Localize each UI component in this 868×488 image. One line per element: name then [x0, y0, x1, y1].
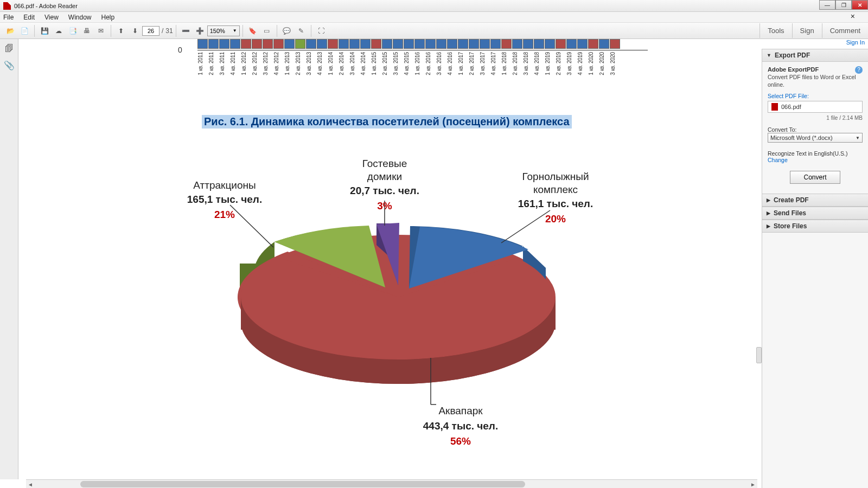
fit-page-icon[interactable]: ▭: [261, 25, 273, 37]
print-icon[interactable]: 🖶: [81, 25, 93, 37]
convert-to-select[interactable]: Microsoft Word (*.docx)▼: [768, 133, 863, 143]
email-icon[interactable]: ✉: [95, 25, 107, 37]
file-info: 1 file / 2.14 MB: [768, 115, 863, 121]
svg-text:20%: 20%: [545, 213, 566, 224]
menu-window[interactable]: Window: [68, 14, 92, 21]
title-bar: 066.pdf - Adobe Reader — ❐ ✕: [0, 0, 868, 12]
page-number-input[interactable]: [142, 26, 159, 36]
horizontal-scrollbar[interactable]: ◄ ►: [26, 479, 757, 488]
menu-edit[interactable]: Edit: [23, 14, 35, 21]
highlight-icon[interactable]: ✎: [295, 25, 307, 37]
svg-line-5: [230, 205, 273, 247]
convert-to-label: Convert To:: [768, 126, 863, 133]
window-controls: — ❐ ✕: [819, 0, 868, 10]
menu-file[interactable]: File: [3, 14, 14, 21]
toolbar: 📂 📄 💾 ☁ 📑 🖶 ✉ ⬆ ⬇ / 31 ➖ ➕ 150%▼ 🔖 ▭ 💬 ✎…: [0, 23, 868, 39]
scroll-left-icon[interactable]: ◄: [26, 480, 35, 488]
close-document-icon[interactable]: ×: [851, 12, 855, 21]
scroll-right-icon[interactable]: ►: [749, 480, 757, 488]
svg-text:3%: 3%: [377, 200, 392, 211]
change-link[interactable]: Change: [768, 157, 863, 163]
maximize-button[interactable]: ❐: [835, 0, 852, 10]
svg-text:Аквапарк: Аквапарк: [438, 405, 483, 416]
svg-line-7: [501, 210, 550, 243]
figure-caption: Рис. 6.1. Динамика количества посетителе…: [202, 115, 572, 129]
create-pdf-icon[interactable]: 📄: [18, 25, 30, 37]
pie-chart: Аттракционы 165,1 тыс. чел. 21% Гостевые…: [159, 134, 648, 479]
right-panel: ▼Export PDF ? Adobe ExportPDF Convert PD…: [762, 49, 868, 488]
bar-chart-fragment: 0 1 кв. 20112 кв. 20113 кв. 20114 кв. 20…: [181, 39, 648, 93]
menu-bar: File Edit View Window Help ×: [0, 12, 868, 23]
tab-tools[interactable]: Tools: [760, 23, 792, 38]
page-down-icon[interactable]: ⬇: [129, 25, 141, 37]
tab-sign[interactable]: Sign: [792, 23, 822, 38]
send-files-header[interactable]: ▶Send Files: [762, 207, 868, 220]
recognize-text-label: Recognize Text in English(U.S.): [768, 150, 863, 157]
save-icon[interactable]: 💾: [39, 25, 50, 37]
menu-view[interactable]: View: [44, 14, 59, 21]
svg-text:443,4 тыс. чел.: 443,4 тыс. чел.: [423, 420, 498, 432]
store-files-header[interactable]: ▶Store Files: [762, 220, 868, 233]
zoom-in-icon[interactable]: ➕: [194, 25, 206, 37]
document-area[interactable]: 0 1 кв. 20112 кв. 20113 кв. 20114 кв. 20…: [18, 39, 762, 479]
svg-text:161,1 тыс. чел.: 161,1 тыс. чел.: [518, 198, 593, 209]
bookmark-icon[interactable]: 🔖: [247, 25, 259, 37]
convert-button[interactable]: Convert: [790, 171, 840, 184]
brand-title: Adobe ExportPDF: [768, 66, 863, 73]
panel-resizer[interactable]: [756, 347, 762, 363]
svg-text:домики: домики: [367, 171, 402, 182]
tab-comment[interactable]: Comment: [822, 23, 868, 38]
zoom-select[interactable]: 150%▼: [207, 25, 240, 36]
app-icon: [3, 2, 11, 10]
page-separator: /: [162, 27, 163, 35]
page-up-icon[interactable]: ⬆: [115, 25, 127, 37]
open-icon[interactable]: 📂: [4, 25, 16, 37]
left-rail: 🗐 📎: [0, 39, 18, 479]
attachments-icon[interactable]: 📎: [4, 60, 15, 70]
selected-file-name: 066.pdf: [781, 104, 801, 110]
svg-text:21%: 21%: [214, 209, 235, 220]
create-pdf-header[interactable]: ▶Create PDF: [762, 194, 868, 207]
svg-text:комплекс: комплекс: [533, 184, 578, 195]
svg-text:20,7 тыс. чел.: 20,7 тыс. чел.: [350, 185, 419, 196]
sign-in-link[interactable]: Sign In: [846, 39, 865, 46]
minimize-button[interactable]: —: [819, 0, 835, 10]
y-zero-label: 0: [178, 46, 182, 54]
selected-file[interactable]: 066.pdf: [768, 101, 863, 113]
page-total: 31: [165, 27, 173, 35]
svg-text:56%: 56%: [450, 435, 471, 447]
zoom-out-icon[interactable]: ➖: [180, 25, 192, 37]
svg-text:165,1 тыс. чел.: 165,1 тыс. чел.: [187, 194, 262, 205]
window-title: 066.pdf - Adobe Reader: [14, 3, 78, 9]
svg-text:Аттракционы: Аттракционы: [193, 179, 256, 191]
save-disk-icon[interactable]: 📑: [67, 25, 79, 37]
close-button[interactable]: ✕: [852, 0, 868, 10]
svg-text:Горнолыжный: Горнолыжный: [522, 171, 589, 182]
read-mode-icon[interactable]: ⛶: [315, 25, 327, 37]
menu-help[interactable]: Help: [101, 14, 115, 21]
help-icon[interactable]: ?: [855, 66, 863, 74]
comment-bubble-icon[interactable]: 💬: [281, 25, 293, 37]
svg-text:Гостевые: Гостевые: [362, 158, 407, 169]
brand-desc: Convert PDF files to Word or Excel onlin…: [768, 74, 863, 88]
pdf-icon: [771, 103, 778, 111]
export-pdf-header[interactable]: ▼Export PDF: [762, 49, 868, 62]
thumbnails-icon[interactable]: 🗐: [4, 43, 15, 54]
scroll-thumb[interactable]: [80, 481, 525, 487]
select-file-label: Select PDF File:: [768, 93, 863, 99]
cloud-icon[interactable]: ☁: [53, 25, 65, 37]
